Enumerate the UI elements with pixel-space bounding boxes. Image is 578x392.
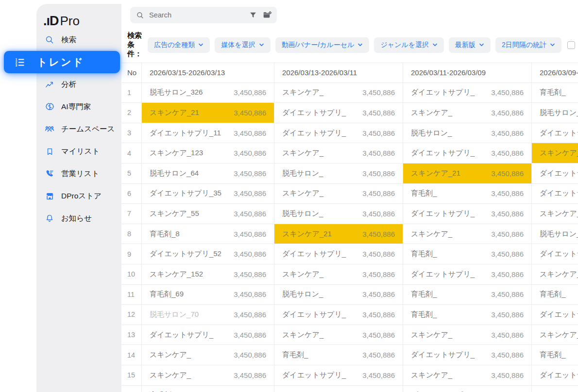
trend-item-cell[interactable]: スキンケア_553,450,886: [142, 204, 274, 224]
trend-item-cell[interactable]: スキンケア_21: [532, 143, 578, 163]
trend-item-cell[interactable]: ダイエットサプリ_3,450,886: [274, 305, 403, 325]
trend-item-cell[interactable]: 脱毛サロン_3,450,886: [274, 204, 403, 224]
filter-dropdown-label: 2日間隔の統計: [502, 41, 546, 49]
trend-item-cell[interactable]: ダイエットサプリ_3,450,886: [274, 123, 403, 143]
trend-item-cell[interactable]: ダイエットサプリ_113,450,886: [142, 123, 274, 143]
trend-item-cell[interactable]: 脱毛サロン_3,450,886: [403, 123, 532, 143]
filter-funnel-icon[interactable]: [248, 10, 258, 20]
line-chart-icon: [44, 79, 55, 90]
trend-item-cell[interactable]: 育毛剤_693,450,886: [142, 285, 274, 305]
trend-item-cell[interactable]: スキンケア_3,450,886: [403, 224, 532, 244]
filter-dropdown-6[interactable]: 2日間隔の統計: [495, 37, 561, 53]
dpro-logo-mark: .ıD: [43, 14, 59, 29]
trend-item-cell[interactable]: ダイエットサプリ_3,450,886: [403, 386, 532, 392]
filter-dropdown-5[interactable]: 最新版: [449, 37, 491, 53]
item-value: 3,450,886: [362, 210, 395, 218]
filter-dropdown-3[interactable]: 動画/バナー/カルーセル: [275, 37, 370, 53]
trend-item-cell[interactable]: ダイエットサプリ_3,450,886: [403, 143, 532, 163]
item-name: 脱毛サロン_: [411, 129, 452, 138]
trend-item-cell[interactable]: ダイエットサプリ_: [532, 163, 578, 183]
trend-item-cell[interactable]: スキンケア_: [532, 386, 578, 392]
trend-item-cell[interactable]: 脱毛サロン_3,450,886: [274, 285, 403, 305]
sidebar-item-team-space[interactable]: チームスペース: [36, 118, 121, 140]
table-row: 16育毛剤_3,450,886スキンケア_3,450,886ダイエットサプリ_3…: [121, 386, 578, 392]
trend-item-cell[interactable]: 脱毛サロン_643,450,886: [142, 163, 274, 183]
new-items-checkbox[interactable]: [567, 41, 575, 49]
trend-item-cell[interactable]: 育毛剤_: [532, 83, 578, 103]
trend-item-cell[interactable]: ダイエットサプリ_3,450,886: [274, 244, 403, 264]
trend-item-cell[interactable]: ダイエットサプリ_: [532, 244, 578, 264]
trend-item-cell[interactable]: 育毛剤_3,450,886: [403, 184, 532, 204]
item-name: スキンケア_: [411, 330, 452, 340]
trend-item-cell[interactable]: 脱毛サロン_3263,450,886: [142, 83, 274, 103]
item-name: スキンケア_: [282, 189, 323, 198]
trend-item-cell[interactable]: スキンケア_3,450,886: [274, 83, 403, 103]
trend-item-cell[interactable]: スキンケア_3,450,886: [142, 365, 274, 385]
trend-item-cell[interactable]: 育毛剤_: [532, 285, 578, 305]
trend-item-cell[interactable]: 脱毛サロン_: [532, 224, 578, 244]
trend-item-cell[interactable]: 育毛剤_83,450,886: [142, 224, 274, 244]
trend-item-cell[interactable]: ダイエットサプリ_: [532, 305, 578, 325]
trend-item-cell[interactable]: 脱毛サロン_703,450,886: [142, 305, 274, 325]
trend-dashboard-app: .ıD Pro 検索123トレンド分析AI専門家チームスペースマイリスト営業リス…: [0, 0, 578, 392]
trend-item-cell[interactable]: ダイエットサプリ_3,450,886: [274, 103, 403, 123]
sidebar-item-search[interactable]: 検索: [36, 29, 121, 51]
sidebar-item-label: お知らせ: [61, 213, 92, 224]
trend-item-cell[interactable]: ダイエットサプリ_3,450,886: [403, 345, 532, 365]
trend-item-cell[interactable]: 脱毛サロン_3,450,886: [274, 163, 403, 183]
trend-item-cell[interactable]: 育毛剤_: [532, 345, 578, 365]
trend-item-cell[interactable]: 育毛剤_3,450,886: [403, 285, 532, 305]
trend-item-cell[interactable]: スキンケア_213,450,886: [142, 103, 274, 123]
trend-item-cell[interactable]: スキンケア_213,450,886: [274, 224, 403, 244]
trend-item-cell[interactable]: スキンケア_: [532, 204, 578, 224]
trend-item-cell[interactable]: スキンケア_3,450,886: [274, 386, 403, 392]
trend-item-cell[interactable]: ダイエットサプリ_3,450,886: [274, 365, 403, 385]
trend-item-cell[interactable]: スキンケア_3,450,886: [274, 143, 403, 163]
trend-item-cell[interactable]: ダイエットサプリ_: [532, 123, 578, 143]
folder-settings-icon[interactable]: [262, 10, 272, 20]
trend-item-cell[interactable]: スキンケア_213,450,886: [403, 163, 532, 183]
sidebar-item-sales-list[interactable]: 営業リスト: [36, 163, 121, 185]
trend-item-cell[interactable]: ダイエットサプリ_: [532, 365, 578, 385]
trend-item-cell[interactable]: スキンケア_3,450,886: [403, 325, 532, 345]
trend-item-cell[interactable]: 育毛剤_3,450,886: [403, 244, 532, 264]
trend-item-cell[interactable]: スキンケア_3,450,886: [403, 103, 532, 123]
sidebar-item-trend[interactable]: 123トレンド: [4, 51, 120, 73]
item-value: 3,450,886: [491, 169, 524, 178]
sidebar-item-analysis[interactable]: 分析: [36, 73, 121, 96]
sidebar-nav: 検索123トレンド分析AI専門家チームスペースマイリスト営業リストDProストア…: [36, 29, 121, 229]
trend-item-cell[interactable]: 脱毛サロン_: [532, 103, 578, 123]
new-items-only-option[interactable]: 新規商材のみ: [567, 40, 578, 49]
trend-item-cell[interactable]: ダイエットサプリ_3,450,886: [142, 325, 274, 345]
main-content: 検索条件： 広告の全種類媒体を選択動画/バナー/カルーセルジャンルを選択最新版2…: [121, 0, 578, 392]
trend-item-cell[interactable]: ダイエットサプリ_353,450,886: [142, 184, 274, 204]
trend-item-cell[interactable]: 育毛剤_3,450,886: [142, 386, 274, 392]
trend-item-cell[interactable]: スキンケア_: [532, 264, 578, 284]
trend-item-cell[interactable]: ダイエットサプリ_: [532, 184, 578, 204]
trend-item-cell[interactable]: ダイエットサプリ_3,450,886: [403, 204, 532, 224]
trend-item-cell[interactable]: スキンケア_3,450,886: [142, 345, 274, 365]
phone-icon: [44, 168, 55, 179]
search-input[interactable]: [148, 11, 248, 19]
trend-item-cell[interactable]: スキンケア_1233,450,886: [142, 143, 274, 163]
trend-item-cell[interactable]: スキンケア_1523,450,886: [142, 264, 274, 284]
trend-item-cell[interactable]: 育毛剤_3,450,886: [403, 305, 532, 325]
trend-item-cell[interactable]: スキンケア_3,450,886: [274, 264, 403, 284]
trend-item-cell[interactable]: ダイエットサプリ_3,450,886: [403, 83, 532, 103]
sidebar-item-notice[interactable]: お知らせ: [36, 207, 121, 229]
trend-item-cell[interactable]: スキンケア_3,450,886: [274, 184, 403, 204]
trend-item-cell[interactable]: 育毛剤_3,450,886: [274, 345, 403, 365]
item-value: 3,450,886: [491, 149, 524, 157]
filter-dropdown-4[interactable]: ジャンルを選択: [374, 37, 444, 53]
sidebar-item-my-list[interactable]: マイリスト: [36, 140, 121, 163]
trend-item-cell[interactable]: スキンケア_: [532, 325, 578, 345]
trend-item-cell[interactable]: スキンケア_3,450,886: [403, 365, 532, 385]
sidebar-item-ai-expert[interactable]: AI専門家: [36, 96, 121, 118]
trend-item-cell[interactable]: スキンケア_3,450,886: [274, 325, 403, 345]
filter-dropdown-2[interactable]: 媒体を選択: [215, 37, 270, 53]
item-name: ダイエットサプリ_: [540, 189, 578, 198]
sidebar-item-dpro-store[interactable]: DProストア: [36, 185, 121, 207]
trend-item-cell[interactable]: ダイエットサプリ_523,450,886: [142, 244, 274, 264]
filter-dropdown-1[interactable]: 広告の全種類: [148, 37, 210, 53]
trend-item-cell[interactable]: ダイエットサプリ_3,450,886: [403, 264, 532, 284]
